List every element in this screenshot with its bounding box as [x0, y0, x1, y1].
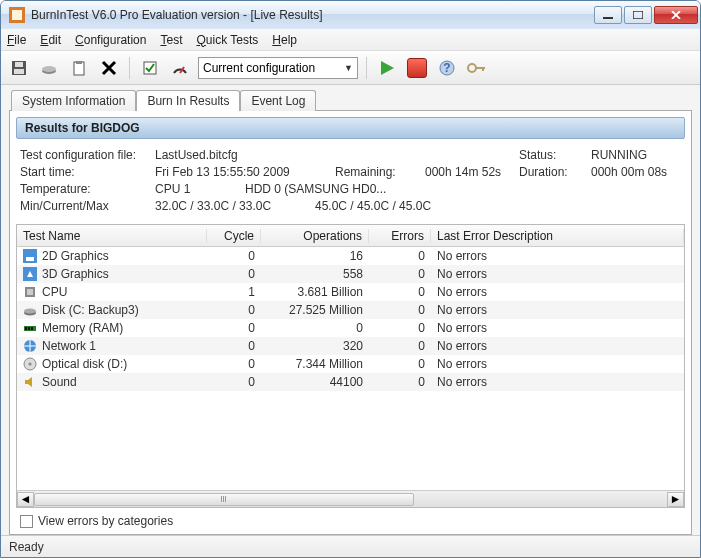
- clipboard-icon[interactable]: [67, 56, 91, 80]
- tab-burn-in-results[interactable]: Burn In Results: [136, 90, 240, 111]
- label-temp-sub: Min/Current/Max: [20, 199, 155, 213]
- results-table: Test Name Cycle Operations Errors Last E…: [16, 224, 685, 508]
- scroll-thumb[interactable]: [34, 493, 414, 506]
- table-row[interactable]: Sound0441000No errors: [17, 373, 684, 391]
- delete-icon[interactable]: [97, 56, 121, 80]
- cell-operations: 558: [261, 267, 369, 281]
- config-dropdown[interactable]: Current configuration ▼: [198, 57, 358, 79]
- svg-text:?: ?: [443, 61, 450, 75]
- cell-cycle: 0: [207, 339, 261, 353]
- cell-name: Network 1: [42, 339, 96, 353]
- save-disk-icon[interactable]: [37, 56, 61, 80]
- checklist-icon[interactable]: [138, 56, 162, 80]
- status-text: Ready: [9, 540, 44, 554]
- menu-file[interactable]: File: [7, 33, 26, 47]
- table-row[interactable]: 3D Graphics05580No errors: [17, 265, 684, 283]
- table-row[interactable]: 2D Graphics0160No errors: [17, 247, 684, 265]
- menu-configuration[interactable]: Configuration: [75, 33, 146, 47]
- cell-cycle: 0: [207, 321, 261, 335]
- label-duration: Duration:: [519, 165, 579, 179]
- cell-errors: 0: [369, 375, 431, 389]
- cell-operations: 0: [261, 321, 369, 335]
- table-row[interactable]: Optical disk (D:)07.344 Million0No error…: [17, 355, 684, 373]
- scroll-track[interactable]: [34, 492, 667, 507]
- window-title: BurnInTest V6.0 Pro Evaluation version -…: [31, 8, 594, 22]
- svg-rect-19: [26, 257, 34, 261]
- cell-errors: 0: [369, 267, 431, 281]
- value-remaining: 000h 14m 52s: [425, 165, 501, 179]
- menu-quicktests[interactable]: Quick Tests: [196, 33, 258, 47]
- cell-last-error: No errors: [431, 267, 684, 281]
- cell-errors: 0: [369, 285, 431, 299]
- label-cpu1: CPU 1: [155, 182, 245, 196]
- cell-name: 2D Graphics: [42, 249, 109, 263]
- label-remaining: Remaining:: [335, 165, 425, 179]
- tab-system-information[interactable]: System Information: [11, 90, 136, 111]
- help-icon[interactable]: ?: [435, 56, 459, 80]
- value-test-config: LastUsed.bitcfg: [155, 148, 335, 162]
- key-icon[interactable]: [465, 56, 489, 80]
- table-header: Test Name Cycle Operations Errors Last E…: [17, 225, 684, 247]
- label-temperature: Temperature:: [20, 182, 155, 196]
- svg-rect-17: [482, 67, 484, 71]
- col-cycle[interactable]: Cycle: [207, 229, 261, 243]
- cpu-icon: [23, 285, 37, 299]
- app-icon: [9, 7, 25, 23]
- label-start-time: Start time:: [20, 165, 155, 179]
- menu-test[interactable]: Test: [160, 33, 182, 47]
- info-block: Test configuration file: LastUsed.bitcfg…: [16, 139, 685, 224]
- svg-rect-28: [31, 327, 33, 330]
- optical-icon: [23, 357, 37, 371]
- cell-errors: 0: [369, 357, 431, 371]
- cell-last-error: No errors: [431, 339, 684, 353]
- svg-rect-2: [603, 17, 613, 19]
- value-duration: 000h 00m 08s: [591, 165, 681, 179]
- col-test-name[interactable]: Test Name: [17, 229, 207, 243]
- maximize-button[interactable]: [624, 6, 652, 24]
- play-button[interactable]: [375, 56, 399, 80]
- cell-name: Sound: [42, 375, 77, 389]
- cell-name: Disk (C: Backup3): [42, 303, 139, 317]
- label-status: Status:: [519, 148, 579, 162]
- label-test-config: Test configuration file:: [20, 148, 155, 162]
- cell-operations: 44100: [261, 375, 369, 389]
- value-cpu1-temp: 32.0C / 33.0C / 33.0C: [155, 199, 315, 213]
- cell-cycle: 0: [207, 303, 261, 317]
- minimize-button[interactable]: [594, 6, 622, 24]
- gauge-icon[interactable]: [168, 56, 192, 80]
- scroll-left-icon[interactable]: ◄: [17, 492, 34, 507]
- table-row[interactable]: Memory (RAM)000No errors: [17, 319, 684, 337]
- stop-button[interactable]: [405, 56, 429, 80]
- table-row[interactable]: Network 103200No errors: [17, 337, 684, 355]
- svg-point-8: [42, 66, 56, 72]
- svg-point-15: [468, 64, 476, 72]
- horizontal-scrollbar[interactable]: ◄ ►: [17, 490, 684, 507]
- disk-icon: [23, 303, 37, 317]
- cell-operations: 7.344 Million: [261, 357, 369, 371]
- titlebar[interactable]: BurnInTest V6.0 Pro Evaluation version -…: [1, 1, 700, 29]
- tab-event-log[interactable]: Event Log: [240, 90, 316, 111]
- statusbar: Ready: [1, 535, 700, 557]
- table-row[interactable]: Disk (C: Backup3)027.525 Million0No erro…: [17, 301, 684, 319]
- value-status: RUNNING: [591, 148, 681, 162]
- cell-errors: 0: [369, 249, 431, 263]
- cell-errors: 0: [369, 339, 431, 353]
- cell-name: Optical disk (D:): [42, 357, 127, 371]
- save-icon[interactable]: [7, 56, 31, 80]
- col-last-error[interactable]: Last Error Description: [431, 229, 684, 243]
- col-errors[interactable]: Errors: [369, 229, 431, 243]
- menu-help[interactable]: Help: [272, 33, 297, 47]
- table-row[interactable]: CPU13.681 Billion0No errors: [17, 283, 684, 301]
- menu-edit[interactable]: Edit: [40, 33, 61, 47]
- cell-operations: 320: [261, 339, 369, 353]
- cell-last-error: No errors: [431, 285, 684, 299]
- svg-point-31: [29, 363, 32, 366]
- value-hdd-temp: 45.0C / 45.0C / 45.0C: [315, 199, 431, 213]
- table-body: 2D Graphics0160No errors3D Graphics05580…: [17, 247, 684, 490]
- close-button[interactable]: [654, 6, 698, 24]
- config-dropdown-label: Current configuration: [203, 61, 315, 75]
- scroll-right-icon[interactable]: ►: [667, 492, 684, 507]
- col-operations[interactable]: Operations: [261, 229, 369, 243]
- cell-name: 3D Graphics: [42, 267, 109, 281]
- view-errors-checkbox[interactable]: [20, 515, 33, 528]
